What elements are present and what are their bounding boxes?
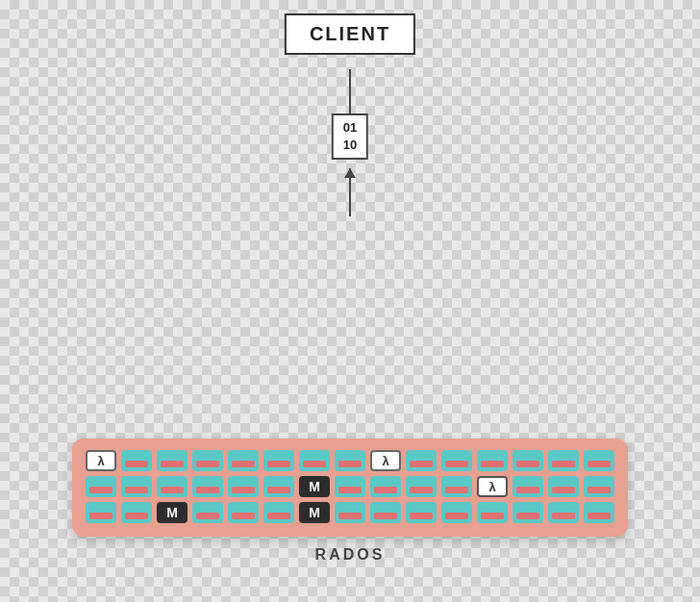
keyboard-row-3: M M <box>86 502 614 523</box>
keyboard-wrapper: λ λ <box>72 439 628 564</box>
key-r3-6 <box>263 502 294 523</box>
key-r1-12 <box>477 450 508 471</box>
key-r2-10 <box>406 476 437 497</box>
key-r1-8 <box>335 450 365 471</box>
key-r1-14 <box>548 450 579 471</box>
client-label: CLIENT <box>310 23 390 44</box>
key-r3-5 <box>228 502 259 523</box>
key-r3-13 <box>512 502 543 523</box>
key-r2-9 <box>370 476 401 497</box>
key-r1-7 <box>299 450 330 471</box>
key-monitor-1: M <box>299 476 330 497</box>
data-line1: 01 <box>343 119 357 137</box>
key-r1-5 <box>228 450 259 471</box>
key-monitor-outline: λ <box>477 476 508 497</box>
key-r1-2 <box>121 450 152 471</box>
key-r3-4 <box>192 502 223 523</box>
key-monitor-2: M <box>157 502 188 523</box>
data-line2: 10 <box>343 137 357 154</box>
client-box: CLIENT <box>285 13 415 55</box>
key-r2-5 <box>228 476 259 497</box>
key-r1-11 <box>441 450 472 471</box>
key-r3-2 <box>121 502 152 523</box>
key-r2-3 <box>157 476 188 497</box>
key-r3-8 <box>335 502 365 523</box>
key-r2-11 <box>441 476 472 497</box>
key-r3-1 <box>86 502 116 523</box>
keyboard-row-1: λ λ <box>86 450 614 471</box>
key-lambda-2: λ <box>370 450 401 471</box>
key-r2-14 <box>548 476 579 497</box>
keyboard: λ λ <box>72 439 628 537</box>
key-r1-6 <box>263 450 294 471</box>
key-r1-13 <box>512 450 543 471</box>
key-r2-13 <box>512 476 543 497</box>
key-r3-11 <box>441 502 472 523</box>
key-r1-3 <box>157 450 188 471</box>
key-r2-1 <box>86 476 116 497</box>
key-r2-8 <box>335 476 365 497</box>
key-monitor-3: M <box>299 502 330 523</box>
key-lambda-1: λ <box>86 450 116 471</box>
keyboard-label: RADOS <box>315 546 386 564</box>
arrow-up <box>349 168 351 216</box>
keyboard-row-2: M λ <box>86 476 614 497</box>
data-packet-box: 01 10 <box>332 113 368 160</box>
key-r1-4 <box>192 450 223 471</box>
diagram-container: CLIENT 01 10 λ λ <box>0 0 700 602</box>
key-r2-6 <box>263 476 294 497</box>
key-r3-14 <box>548 502 579 523</box>
key-r3-10 <box>406 502 437 523</box>
key-r3-15 <box>584 502 614 523</box>
key-r2-2 <box>121 476 152 497</box>
key-r2-15 <box>584 476 614 497</box>
key-r3-12 <box>477 502 508 523</box>
key-r2-4 <box>192 476 223 497</box>
key-r1-10 <box>406 450 437 471</box>
key-r3-9 <box>370 502 401 523</box>
key-r1-15 <box>584 450 614 471</box>
